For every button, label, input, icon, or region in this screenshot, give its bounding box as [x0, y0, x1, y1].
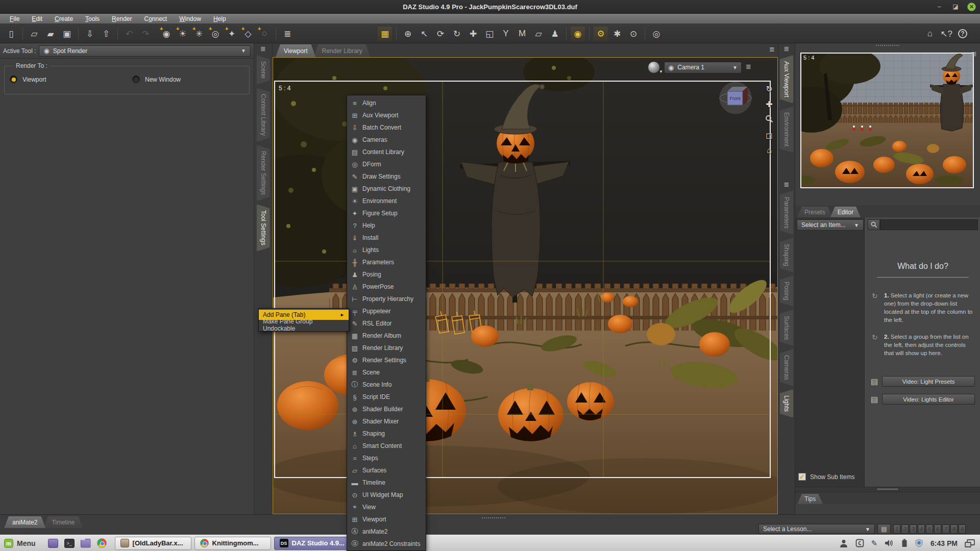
restore-button[interactable]: ◪	[951, 2, 960, 11]
pane-option-content-library[interactable]: ▤Content Library	[347, 146, 426, 158]
orbit-tool-icon[interactable]: ⊕	[401, 27, 415, 41]
volume-icon[interactable]	[885, 539, 894, 547]
menu-render[interactable]: Render	[106, 15, 137, 23]
lesson-button-5[interactable]: 5	[926, 524, 933, 534]
tablet-settings-icon[interactable]	[855, 539, 864, 547]
pane-option-shader-mixer[interactable]: ⊛Shader Mixer	[347, 415, 426, 428]
pane-option-view[interactable]: ⌖View	[347, 501, 426, 513]
surface-selection-tool-icon[interactable]: ▱	[531, 27, 546, 41]
radio-selected-icon[interactable]	[10, 76, 17, 83]
task-daz-studio-4-9[interactable]: DSDAZ Studio 4.9...	[274, 537, 351, 550]
lesson-button-7[interactable]: 7	[942, 524, 949, 534]
tab-lights[interactable]: Lights	[780, 389, 793, 418]
light-item-selector[interactable]: Select an Item... ▼	[797, 219, 864, 231]
close-button[interactable]: ✕	[967, 3, 976, 11]
pane-option-batch-convert[interactable]: ⇩Batch Convert	[347, 121, 426, 134]
new-file-icon[interactable]: ▯	[4, 27, 18, 41]
tab-render-library[interactable]: Render Library	[313, 44, 370, 57]
viewport-grid-tool-icon[interactable]: ▦	[378, 27, 392, 41]
pane-group-menu-icon[interactable]: ≣	[784, 181, 790, 189]
menu-edit[interactable]: Edit	[26, 15, 48, 23]
lesson-button-4[interactable]: 4	[918, 524, 925, 534]
frame-view-icon[interactable]: ◻	[765, 131, 773, 140]
render-to-new-window-option[interactable]: New Window	[132, 76, 181, 83]
view-navigation-cube[interactable]: Front	[716, 80, 755, 116]
radio-unselected-icon[interactable]	[132, 76, 140, 83]
whats-this-icon[interactable]: ↖?	[939, 27, 953, 41]
scale-tool-icon[interactable]: ◱	[482, 27, 497, 41]
menu-window[interactable]: Window	[174, 15, 207, 23]
video-lights-editor-button[interactable]: Video: Lights Editor	[882, 394, 975, 405]
pane-option-render-settings[interactable]: ⚙Render Settings	[347, 354, 426, 366]
aux-viewport-preview[interactable]	[800, 53, 974, 188]
new-point-light-icon[interactable]: ✳+	[192, 27, 206, 41]
pane-option-powerpose[interactable]: ♙PowerPose	[347, 281, 426, 293]
pane-option-rsl-editor[interactable]: ✎RSL Editor	[347, 317, 426, 330]
help-icon[interactable]: ?	[955, 27, 970, 41]
checked-checkbox-icon[interactable]: ✓	[798, 473, 806, 481]
menu-connect[interactable]: Connect	[138, 15, 173, 23]
tab-editor[interactable]: Editor	[830, 207, 861, 217]
battery-icon[interactable]	[901, 539, 908, 547]
pane-option-scene-info[interactable]: ⓘScene Info	[347, 379, 426, 391]
tab-scene[interactable]: Scene	[257, 55, 270, 85]
minimize-button[interactable]: –	[935, 2, 944, 11]
scene-list-icon[interactable]: ≣	[280, 27, 295, 41]
save-file-icon[interactable]: ▣	[60, 27, 74, 41]
shader-preview-tool-icon[interactable]: ✱	[610, 27, 624, 41]
pane-option-parameters[interactable]: ╫Parameters	[347, 256, 426, 268]
drawstyle-sphere-icon[interactable]: ▼	[648, 61, 660, 73]
translate-tool-icon[interactable]: ✚	[466, 27, 480, 41]
tool-settings-pointer-icon[interactable]: ⚙	[594, 27, 608, 41]
lesson-button-1[interactable]: 1	[893, 524, 900, 534]
show-desktop-icon[interactable]	[48, 539, 58, 548]
lesson-button-6[interactable]: 6	[934, 524, 941, 534]
pane-group-menu-icon[interactable]: ≣	[260, 45, 266, 54]
tab-render-settings[interactable]: Render Settings	[257, 145, 270, 201]
new-linear-point-light-icon[interactable]: ✦+	[225, 27, 239, 41]
pane-option-smart-content[interactable]: ⌂Smart Content	[347, 440, 426, 452]
context-item-make-pane-group-undockable[interactable]: Make Pane Group Undockable	[259, 320, 349, 330]
tab-parameters[interactable]: Parameters	[780, 191, 793, 235]
pane-option-steps[interactable]: ≈Steps	[347, 452, 426, 464]
start-menu-button[interactable]: m Menu	[0, 535, 42, 551]
title-bar[interactable]: DAZ Studio 4.9 Pro - JackPumpkinScarecro…	[0, 0, 980, 14]
clock[interactable]: 6:43 PM	[930, 539, 958, 547]
search-icon[interactable]	[868, 219, 880, 230]
pen-icon[interactable]: ✎	[871, 539, 878, 548]
pane-option-cameras[interactable]: ◉Cameras	[347, 134, 426, 146]
pane-option-script-ide[interactable]: §Script IDE	[347, 391, 426, 403]
pane-option-posing[interactable]: ♟Posing	[347, 268, 426, 281]
pane-option-surfaces[interactable]: ▱Surfaces	[347, 464, 426, 477]
pane-option-draw-settings[interactable]: ✎Draw Settings	[347, 170, 426, 183]
pane-option-aux-viewport[interactable]: ⊞Aux Viewport	[347, 109, 426, 121]
tab-cameras[interactable]: Cameras	[780, 349, 793, 386]
splitter-grip[interactable]	[876, 45, 899, 46]
new-camera-icon[interactable]: ◉+	[159, 27, 174, 41]
tab-shaping[interactable]: Shaping	[780, 238, 793, 272]
pane-option-shader-builder[interactable]: ⊚Shader Builder	[347, 403, 426, 415]
lesson-button-2[interactable]: 2	[901, 524, 909, 534]
tab-aux-viewport[interactable]: Aux Viewport	[780, 55, 793, 103]
pane-option-ui-widget-map[interactable]: ⊙UI Widget Map	[347, 489, 426, 501]
merge-file-icon[interactable]: ▰	[43, 27, 58, 41]
home-icon[interactable]: ⌂	[923, 27, 937, 41]
orbit-view-icon[interactable]: ↻	[765, 84, 773, 94]
pane-option-timeline[interactable]: ▬Timeline	[347, 477, 426, 489]
pane-option-dynamic-clothing[interactable]: ▣Dynamic Clothing	[347, 183, 426, 195]
camera-selector[interactable]: ◉ Camera 1 ▼	[664, 62, 742, 73]
browser-icon[interactable]	[97, 538, 107, 548]
tab-viewport[interactable]: Viewport	[276, 44, 315, 57]
export-file-icon[interactable]: ⇧	[99, 27, 113, 41]
rotate-tool-icon[interactable]: ↻	[450, 27, 464, 41]
undo-icon[interactable]: ↶	[122, 27, 136, 41]
tab-content-library[interactable]: Content Library	[257, 88, 270, 142]
tab-posing[interactable]: Posing	[780, 276, 793, 307]
import-file-icon[interactable]: ⇩	[83, 27, 97, 41]
pane-group-menu-icon[interactable]: ≣	[784, 45, 790, 54]
splitter-grip[interactable]	[482, 517, 505, 518]
horizontal-scrollbar[interactable]	[795, 487, 980, 492]
render-to-viewport-option[interactable]: Viewport	[10, 76, 46, 83]
video-light-presets-button[interactable]: Video: Light Presets	[882, 376, 975, 387]
tab-tips[interactable]: Tips	[797, 494, 823, 504]
